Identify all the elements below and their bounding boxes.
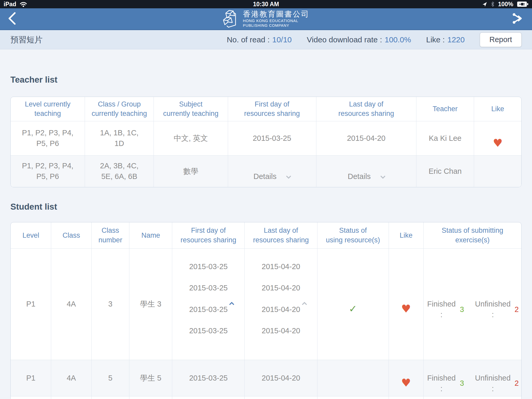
student-list-heading: Student list [10,202,522,212]
submitting-status-cell: Finished : 3 Unfinished : 2 [423,360,522,396]
level-cell: P1, P2, P3, P4, P5, P6 [11,155,85,187]
submitting-status-cell: Finished : 3 Unfinished : 2 [423,396,522,399]
last-day-cell: 2015-04-20 [244,360,317,396]
report-button[interactable]: Report [480,32,522,47]
col-last-day: Last day of resources sharing [244,222,317,248]
like-cell: ♥ [389,248,423,360]
status-bar: iPad 10:30 AM 100% [0,0,532,8]
col-subject: Subject currently teaching [154,97,228,121]
level-cell: P1 [11,248,51,360]
using-status-cell [317,360,389,396]
logo-title-en-line1: HONG KONG EDUCATIONAL [243,18,309,23]
col-using-status: Status of using resource(s) [317,222,389,248]
first-day-cell: 2015-03-25 [172,360,244,396]
heart-icon[interactable]: ♥ [493,137,503,149]
level-cell: P1, P2, P3, P4, P5, P6 [11,121,85,155]
teacher-table: Level currently teaching Class / Group c… [10,97,522,187]
unfinished-label: Unfinished : [474,299,511,320]
no-of-read-value: 10/10 [272,35,292,44]
class-number-cell: 3 [91,248,129,360]
teacher-row: P1, P2, P3, P4, P5, P6 2A, 3B, 4C, 5E, 6… [11,155,521,187]
finished-count: 3 [460,304,464,315]
col-submitting-status: Status of submitting exercise(s) [423,222,522,248]
name-cell: 學生 3 [129,248,172,360]
stat-no-of-read: No. of read : 10/10 [227,35,292,44]
unfinished-count: 2 [515,304,519,315]
date-line: 2015-03-25 [175,325,242,336]
clock: 10:30 AM [0,1,532,8]
col-teacher: Teacher [416,97,474,121]
class-cell: 4A [51,248,91,360]
first-day-details-dropdown[interactable]: Details [254,171,291,182]
back-chevron-icon [7,12,16,26]
battery-percent: 100% [498,1,513,8]
share-icon [512,13,525,25]
col-last-day: Last day of resources sharing [316,97,416,121]
logo-mark-icon [223,9,239,29]
first-day-cell: 2015-03-25 [228,121,316,155]
student-row: P1 4A 3 學生 3 2015-03-25 2015-03-25 2015-… [11,248,521,360]
last-day-cell: Details [316,155,416,187]
main-content: Teacher list Level currently teaching Cl… [0,75,532,399]
app-header: 香港教育圖書公司 HONG KONG EDUCATIONAL PUBLISHIN… [0,8,532,30]
col-level: Level [11,222,51,248]
first-day-cell: Details [228,155,316,187]
last-day-cell: 2015-04-20 [316,121,416,155]
submitting-status-cell: Finished : 3 Unfinished : 2 [423,248,522,360]
page-subheader: 預習短片 No. of read : 10/10 Video download … [0,30,532,49]
col-like: Like [389,222,423,248]
last-day-details-dropdown[interactable]: Details [348,171,385,182]
logo-title-zh: 香港教育圖書公司 [243,10,309,18]
class-cell: 4A [51,360,91,396]
level-cell: P1 [11,360,51,396]
col-class-group: Class / Group currently teaching [85,97,154,121]
col-class-number: Class number [91,222,129,248]
student-table-header-row: Level Class Class number Name First day … [11,222,521,248]
heart-icon[interactable]: ♥ [401,302,411,315]
class-group-cell: 1A, 1B, 1C, 1D [85,121,154,155]
date-line: 2015-04-20 [247,261,314,272]
chevron-down-icon [286,174,291,179]
class-number-cell: 6 [91,396,129,399]
finished-label: Finished : [426,299,457,320]
subject-cell: 中文, 英文 [154,121,228,155]
share-button[interactable] [512,13,525,25]
class-number-cell: 5 [91,360,129,396]
stats-bar: No. of read : 10/10 Video download rate … [227,32,522,47]
unfinished-label: Unfinished : [474,373,511,394]
company-logo: 香港教育圖書公司 HONG KONG EDUCATIONAL PUBLISHIN… [0,9,532,29]
teacher-row: P1, P2, P3, P4, P5, P6 1A, 1B, 1C, 1D 中文… [11,121,521,155]
teacher-name-cell: Ka Ki Lee [416,121,474,155]
bluetooth-icon [491,1,494,7]
level-cell: P1 [11,396,51,399]
location-icon [482,2,487,7]
page-title: 預習短片 [10,34,43,45]
back-button[interactable] [7,12,20,26]
date-line: 2015-03-25 [175,261,242,272]
date-line: 2015-04-20 [247,325,314,336]
using-status-cell [317,396,389,399]
stat-download-rate: Video download rate : 100.0% [307,35,411,44]
subject-cell: 數學 [154,155,228,187]
col-first-day: First day of resources sharing [172,222,244,248]
heart-icon[interactable]: ♥ [401,376,411,389]
col-like: Like [474,97,521,121]
check-icon: ✓ [349,303,357,315]
unfinished-count: 2 [515,378,519,389]
student-table: Level Class Class number Name First day … [10,222,522,399]
details-label: Details [348,171,371,182]
like-value: 1220 [447,35,465,44]
last-day-cell: 2015-04-20 2015-04-20 2015-04-20 2015-04… [244,248,317,360]
col-class: Class [51,222,91,248]
logo-title-en-line2: PUBLISHING COMPANY [243,23,309,28]
like-cell: ♥ [389,396,423,399]
class-group-cell: 2A, 3B, 4C, 5E, 6A, 6B [85,155,154,187]
col-name: Name [129,222,172,248]
teacher-name-cell: Eric Chan [416,155,474,187]
last-day-cell: 2015-04-20 [244,396,317,399]
like-cell [474,155,521,187]
stat-like: Like : 1220 [426,35,464,44]
teacher-list-heading: Teacher list [10,75,522,85]
like-cell: ♥ [474,121,521,155]
first-day-cell: 2015-03-25 2015-03-25 2015-03-25 2015-03… [172,248,244,360]
